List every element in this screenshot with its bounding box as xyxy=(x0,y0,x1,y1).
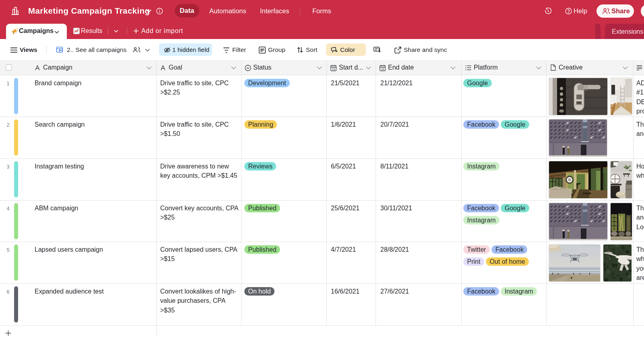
svg-text:31: 31 xyxy=(332,68,335,70)
svg-text:31: 31 xyxy=(381,68,384,70)
